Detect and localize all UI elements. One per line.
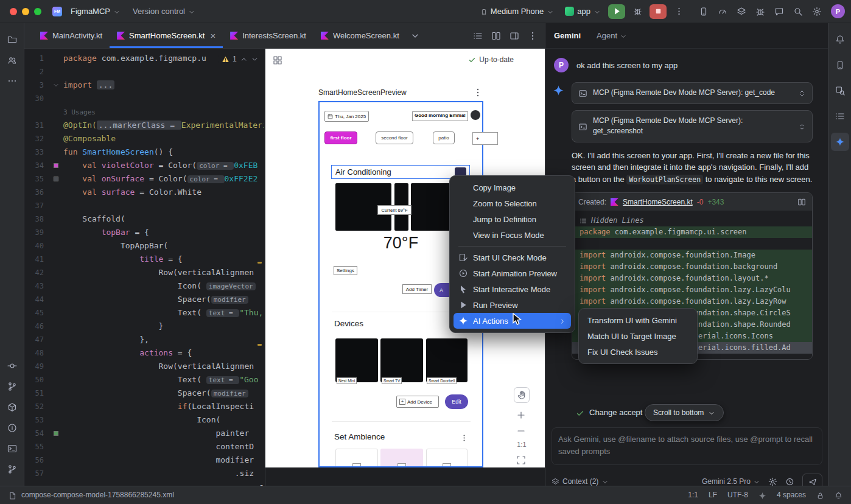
window-controls[interactable]	[10, 8, 41, 15]
tab-smarthomescreen-kt[interactable]: SmartHomeScreen.kt×	[110, 23, 223, 48]
submenu-item-fix-ui-check-issues[interactable]: Fix UI Check Issues	[583, 344, 693, 360]
code-line[interactable]: 54 painter	[24, 427, 264, 440]
analysis-stripe-mark[interactable]	[257, 262, 262, 264]
lock-icon[interactable]	[816, 491, 824, 499]
running-devices-icon[interactable]	[697, 4, 710, 19]
mcp-tool-call-card[interactable]: MCP (Figma Remote Dev Mode MCP Server): …	[572, 110, 813, 142]
code-line[interactable]: 47 },	[24, 333, 264, 346]
inspections-widget[interactable]: 1	[218, 54, 262, 65]
edit-button[interactable]: Edit	[445, 394, 468, 409]
code-line[interactable]: 40 TopAppBar(	[24, 239, 264, 253]
tab-gemini[interactable]: Gemini	[554, 31, 581, 40]
code-line[interactable]: 33fun SmartHomeScreen() {	[24, 145, 264, 159]
app-inspection-icon[interactable]	[754, 4, 767, 19]
chip-patio[interactable]: patio	[433, 131, 455, 144]
status-line-ending[interactable]: LF	[709, 491, 717, 499]
zoom-out-button[interactable]	[516, 426, 526, 436]
stop-button[interactable]	[650, 4, 667, 19]
code-line[interactable]: 57 .siz	[24, 467, 264, 480]
code-editor[interactable]: 1package com.example.figmamcp.u23import …	[24, 49, 264, 486]
minimize-window-icon[interactable]	[22, 8, 29, 15]
code-line[interactable]: 30	[24, 92, 264, 105]
gemini-status-icon[interactable]	[758, 491, 766, 499]
ambience-options-icon[interactable]	[460, 432, 468, 443]
status-indent[interactable]: 4 spaces	[777, 491, 806, 499]
prompt-history-icon[interactable]	[785, 476, 794, 486]
tab-mainactivity-kt[interactable]: MainActivity.kt	[33, 23, 110, 48]
date-chip[interactable]: Thu, Jan 2025	[324, 111, 369, 122]
tab-interestsscreen-kt[interactable]: InterestsScreen.kt	[223, 23, 313, 48]
add-timer-button[interactable]: Add Timer	[402, 284, 432, 294]
structure-icon[interactable]	[831, 107, 849, 125]
menu-item-zoom-to-selection[interactable]: Zoom to Selection	[454, 195, 571, 211]
air-conditioning-header[interactable]: Air Conditioning	[331, 165, 470, 179]
build-icon[interactable]	[3, 398, 21, 416]
created-file-link[interactable]: SmartHomeScreen.kt	[623, 198, 693, 206]
resource-manager-icon[interactable]	[3, 51, 21, 69]
mcp-tool-call-card[interactable]: MCP (Figma Remote Dev Mode MCP Server): …	[572, 82, 813, 104]
tab-agent[interactable]: Agent	[597, 31, 627, 40]
code-line[interactable]: 43 Icon( imageVector	[24, 279, 264, 293]
menu-item-start-ui-check-mode[interactable]: Start UI Check Mode	[454, 250, 571, 265]
commit-icon[interactable]	[3, 357, 21, 375]
settings-label[interactable]: Settings	[334, 266, 357, 275]
code-line[interactable]: 2	[24, 65, 264, 79]
project-selector[interactable]: FigmaMCP	[67, 5, 124, 18]
code-line[interactable]: 52 if(LocalInspecti	[24, 400, 264, 413]
device-manager-icon[interactable]	[831, 56, 849, 74]
open-diff-icon[interactable]	[797, 197, 806, 206]
code-line[interactable]: 34 val violetColor = Color(color = 0xFEB	[24, 159, 264, 172]
code-line[interactable]: 38 Scaffold(	[24, 212, 264, 226]
notifications-icon[interactable]	[831, 30, 849, 49]
code-line[interactable]: .cli	[24, 480, 264, 486]
close-tab-icon[interactable]: ×	[210, 31, 215, 40]
prompt-input[interactable]: Ask Gemini, use @filename to attach sour…	[552, 427, 822, 465]
submenu-item-match-ui-to-target-image[interactable]: Match UI to Target Image	[583, 328, 693, 344]
hidden-lines-row[interactable]: Hidden Lines	[572, 215, 812, 226]
scroll-to-bottom-button[interactable]: Scroll to bottom	[645, 404, 724, 421]
status-position[interactable]: 1:1	[688, 491, 698, 499]
code-line[interactable]: 37	[24, 199, 264, 212]
maximize-window-icon[interactable]	[34, 8, 41, 15]
menu-item-jump-to-definition[interactable]: Jump to Definition	[454, 211, 571, 227]
context-chip[interactable]: Context (2)	[552, 477, 609, 486]
usages-hint[interactable]: 3 Usages	[63, 108, 96, 116]
close-window-icon[interactable]	[10, 8, 17, 15]
vcs-widget[interactable]: Version control	[129, 5, 199, 18]
status-encoding[interactable]: UTF-8	[727, 491, 748, 499]
split-editor-icon[interactable]	[491, 30, 501, 41]
run-configuration-selector[interactable]: app	[561, 5, 604, 18]
search-everywhere-icon[interactable]	[791, 4, 805, 19]
device-card-nest-mini[interactable]	[335, 338, 378, 382]
chip-add-floor[interactable]: +	[472, 132, 498, 145]
status-file[interactable]: compose-compose-model-1758866285245.xml	[9, 491, 174, 499]
editor-layout-icon[interactable]	[510, 30, 519, 41]
expand-icon[interactable]	[798, 121, 806, 131]
tab-welcomescreen-kt[interactable]: WelcomeScreen.kt	[313, 23, 407, 48]
code-line[interactable]: 49 Row(verticalAlignmen	[24, 360, 264, 373]
model-selector[interactable]: Gemini 2.5 Pro	[702, 477, 760, 486]
color-preview-icon[interactable]	[54, 177, 58, 181]
layout-inspector-icon[interactable]	[831, 82, 849, 100]
chip-first-floor[interactable]: first floor	[324, 131, 357, 144]
code-line[interactable]: 44 Spacer(modifier	[24, 293, 264, 306]
code-line[interactable]: 42 Row(verticalAlignmen	[24, 266, 264, 279]
code-line[interactable]: 53 Icon(	[24, 413, 264, 427]
user-avatar[interactable]: P	[831, 4, 845, 18]
code-line[interactable]: 35 val onSurface = Color(color = 0xFF2E2	[24, 172, 264, 186]
device-card-smart-doorbell[interactable]	[426, 338, 468, 382]
menu-item-start-interactive-mode[interactable]: Start Interactive Mode	[454, 281, 571, 297]
zoom-to-fit-button[interactable]	[516, 455, 526, 465]
code-line[interactable]: 31@OptIn(...markerClass = ExperimentalMa…	[24, 119, 264, 132]
code-line[interactable]: 3import ...	[24, 79, 264, 92]
menu-item-view-in-focus-mode[interactable]: View in Focus Mode	[454, 227, 571, 243]
zoom-in-button[interactable]	[516, 410, 526, 420]
feedback-icon[interactable]	[772, 4, 786, 19]
logcat-icon[interactable]	[735, 4, 748, 19]
problems-icon[interactable]	[3, 419, 21, 437]
notifications-icon[interactable]	[835, 491, 842, 499]
code-line[interactable]: 51 Spacer(modifier	[24, 387, 264, 400]
code-line[interactable]: 32@Composable	[24, 132, 264, 145]
device-selector[interactable]: Medium Phone	[477, 5, 558, 18]
menu-item-start-animation-preview[interactable]: Start Animation Preview	[454, 265, 571, 281]
